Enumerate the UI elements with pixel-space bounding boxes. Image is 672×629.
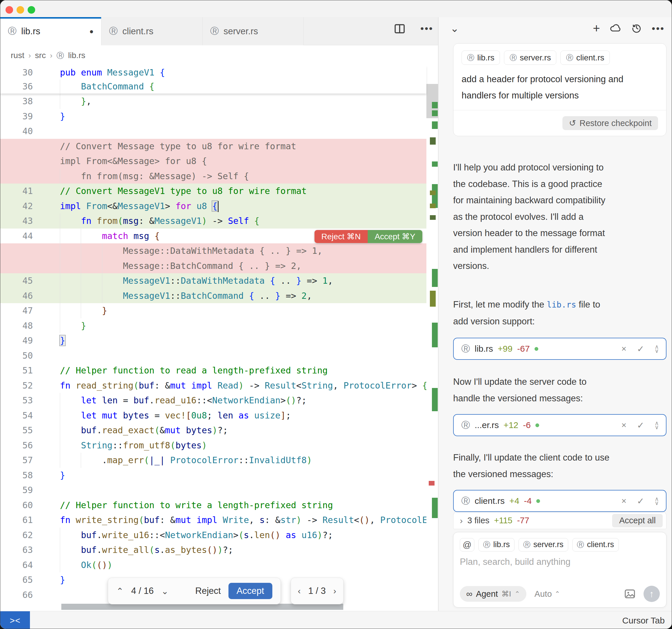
code-line[interactable]: 48 } [0,318,426,333]
accept-file-icon[interactable]: ✓ [637,344,644,354]
code-line[interactable]: 50 [0,348,426,363]
unsaved-dot-icon[interactable]: ● [90,27,94,35]
code-line[interactable]: 60 // Helper function to write a length-… [0,498,426,513]
reject-file-icon[interactable]: × [621,420,627,430]
editor-more-actions-icon[interactable]: ••• [420,23,433,34]
prev-file-icon[interactable]: ‹ [298,586,301,596]
chat-header: ⌄ + ••• [439,17,672,40]
code-line[interactable]: 30 pub enum MessageV1 { [0,66,426,80]
code-line[interactable]: 54 let mut bytes = vec![0u8; len as usiz… [0,408,426,423]
input-chip-lib-rs[interactable]: Ⓡ lib.rs [478,538,514,551]
deleted-code-line[interactable]: fn from(msg: &Message) -> Self { [0,169,426,184]
code-line[interactable]: 36 BatchCommand { [0,80,426,94]
accept-all-button[interactable]: Accept all [612,514,663,527]
accept-file-icon[interactable]: ✓ [637,420,644,430]
panel-toggle-button[interactable]: >< [0,611,30,629]
code-line[interactable]: 39 } [0,109,426,124]
breadcrumb-folder[interactable]: rust [11,51,24,60]
expand-files-icon[interactable]: › [460,516,463,526]
diff-counter: 4 / 16 [131,586,154,596]
accept-file-icon[interactable]: ✓ [637,496,644,506]
expand-file-icon[interactable]: ∧∨ [654,497,659,505]
added-code-line[interactable]: 42 impl From<&MessageV1> for u8 { [0,199,426,214]
reject-file-icon[interactable]: × [621,496,627,506]
code-line[interactable]: 52 fn read_string(buf: &mut impl Read) -… [0,378,426,393]
tab-lib-rs[interactable]: Ⓡ lib.rs ● [0,17,101,45]
chat-input[interactable] [460,557,660,567]
maximize-window-button[interactable] [28,6,35,14]
file-change-card-lib-rs[interactable]: Ⓡ lib.rs +99 -67 × ✓ ∧∨ [453,338,667,360]
context-chip-client-rs[interactable]: Ⓡ client.rs [560,51,609,65]
model-selector[interactable]: Auto ⌃ [534,589,560,599]
context-chip-server-rs[interactable]: Ⓡ server.rs [504,51,556,65]
code-line[interactable]: 57 .map_err(|_| ProtocolError::InvalidUt… [0,453,426,468]
code-line[interactable]: 38 }, [0,94,426,109]
history-icon[interactable] [631,23,642,34]
collapse-chat-icon[interactable]: ⌄ [450,22,459,34]
added-code-line[interactable]: 43 fn from(msg: &MessageV1) -> Self { [0,213,426,229]
inline-reject-button[interactable]: Reject ⌘N [314,230,368,243]
breadcrumb-separator-icon: › [50,51,53,60]
minimize-window-button[interactable] [17,6,24,14]
deleted-code-line[interactable]: // Convert Message type to u8 for wire f… [0,139,426,154]
lines-removed: -4 [524,496,532,506]
horizontal-scrollbar[interactable] [61,604,343,610]
chat-input-card[interactable]: @ Ⓡ lib.rs Ⓡ server.rs Ⓡ client.rs [453,532,667,607]
code-line[interactable]: 64 Ok(()) [0,558,426,573]
code-editor[interactable]: rust › src › Ⓡ lib.rs 30 pub enum Messag… [0,45,438,611]
breadcrumb-folder[interactable]: src [35,51,46,60]
breadcrumb-file[interactable]: lib.rs [68,51,85,60]
next-file-icon[interactable]: › [333,586,336,596]
cursor-tab-status[interactable]: Cursor Tab [622,611,665,629]
close-window-button[interactable] [5,6,13,14]
next-diff-icon[interactable]: ⌄ [161,586,169,596]
agent-mode-selector[interactable]: ∞ Agent ⌘I ⌃ [460,586,526,602]
overview-ruler[interactable] [426,45,438,611]
input-chip-server-rs[interactable]: Ⓡ server.rs [519,538,568,551]
code-line[interactable]: 40 [0,124,426,139]
accept-button[interactable]: Accept [229,583,272,599]
code-line[interactable]: 58 } [0,468,426,483]
deleted-code-line[interactable]: Message::BatchCommand { .. } => 2, [0,258,426,274]
breadcrumb[interactable]: rust › src › Ⓡ lib.rs [0,45,438,66]
sticky-scroll[interactable]: 30 pub enum MessageV1 {36 BatchCommand { [0,66,426,94]
file-change-card-client-rs[interactable]: Ⓡ client.rs +4 -4 × ✓ ∧∨ [453,490,667,512]
inline-accept-button[interactable]: Accept ⌘Y [368,230,422,243]
reject-button[interactable]: Reject [195,586,221,596]
file-change-card-server-rs[interactable]: Ⓡ ...er.rs +12 -6 × ✓ ∧∨ [453,414,667,436]
code-line[interactable]: 49 } [0,333,426,348]
deleted-code-line[interactable]: impl From<&Message> for u8 { [0,154,426,169]
chip-label: lib.rs [477,53,495,62]
reject-file-icon[interactable]: × [621,344,627,354]
new-chat-icon[interactable]: + [593,22,600,35]
expand-file-icon[interactable]: ∧∨ [654,421,659,429]
code-line[interactable]: 62 buf.write_u16::<NetworkEndian>(s.len(… [0,528,426,543]
input-chip-client-rs[interactable]: Ⓡ client.rs [572,538,619,551]
context-chip-lib-rs[interactable]: Ⓡ lib.rs [461,51,500,65]
code-line[interactable]: 63 buf.write_all(s.as_bytes())?; [0,543,426,558]
prev-diff-icon[interactable]: ⌃ [116,586,123,596]
expand-file-icon[interactable]: ∧∨ [654,345,659,353]
chat-more-actions-icon[interactable]: ••• [652,23,665,34]
added-code-line[interactable]: 41 // Convert MessageV1 type to u8 for w… [0,183,426,199]
added-code-line[interactable]: 46 MessageV1::BatchCommand { .. } => 2, [0,288,426,303]
code-line[interactable]: 47 } [0,303,426,318]
add-context-button[interactable]: @ [460,538,474,551]
added-code-line[interactable]: 45 MessageV1::DataWithMetadata { .. } =>… [0,273,426,288]
code-line[interactable]: 61 fn write_string(buf: &mut impl Write,… [0,512,426,528]
code-lines[interactable]: 38 },39 }40 // Convert Message type to u… [0,94,426,602]
code-line[interactable]: 53 let len = buf.read_u16::<NetworkEndia… [0,393,426,408]
cloud-icon[interactable] [610,23,621,34]
tab-server-rs[interactable]: Ⓡ server.rs [202,17,304,45]
tab-client-rs[interactable]: Ⓡ client.rs [101,17,202,45]
code-line[interactable]: 56 String::from_utf8(bytes) [0,438,426,453]
code-line[interactable]: 59 [0,483,426,498]
line-text: fn write_string(buf: &mut impl Write, s:… [39,512,438,528]
split-editor-icon[interactable] [394,24,405,34]
code-line[interactable]: 51 // Helper function to read a length-p… [0,363,426,378]
restore-checkpoint-button[interactable]: ↺ Restore checkpoint [562,116,658,130]
deleted-code-line[interactable]: Message::DataWithMetadata { .. } => 1, [0,243,426,258]
send-button[interactable]: ↑ [644,586,660,602]
attach-image-icon[interactable] [624,589,635,599]
code-line[interactable]: 55 buf.read_exact(&mut bytes)?; [0,423,426,438]
